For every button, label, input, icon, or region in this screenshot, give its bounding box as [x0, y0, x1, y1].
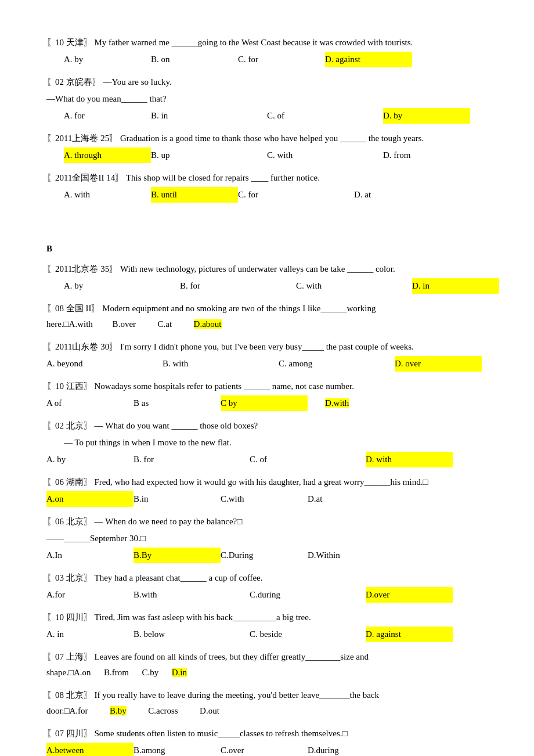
options-row: A. by B. for C. with D. in: [46, 278, 488, 294]
question-block: 〖02 京皖春〗 —You are so lucky. —What do you…: [46, 74, 488, 124]
options-row: A. by B. on C. for D. against: [46, 52, 488, 67]
tag: 〖07 四川〗: [46, 729, 92, 738]
tag: 〖10 四川〗: [46, 613, 92, 622]
option-c: C. for: [238, 52, 325, 67]
options-row: A. with B. until C. for D. at: [46, 187, 488, 203]
options-row: A. beyond B. with C. among D. over: [46, 356, 488, 372]
option-a-answer: A.on: [46, 491, 134, 507]
option-b: B. for: [134, 452, 250, 467]
option-c: C.over: [221, 743, 308, 756]
question-text: 〖02 京皖春〗 —You are so lucky.: [46, 74, 488, 90]
option-a: A.In: [46, 548, 134, 563]
question-block: 〖08 全国 II〗 Modern equipment and no smoki…: [46, 301, 488, 332]
option-c: C. of: [267, 108, 383, 124]
option-b: B. on: [151, 52, 238, 67]
question-text: 〖08 北京〗 If you really have to leave duri…: [46, 687, 488, 719]
question-text2: —What do you mean______ that?: [46, 91, 488, 107]
question-block: 〖2011上海卷 25〗 Graduation is a good time t…: [46, 131, 488, 163]
question-text: 〖10 四川〗 Tired, Jim was fast asleep with …: [46, 610, 488, 625]
option-d-answer: D. over: [395, 356, 482, 372]
section-b-label: B: [46, 241, 488, 257]
options-row: A.between B.among C.over D.during: [46, 743, 488, 756]
question-text: 〖07 上海〗 Leaves are found on all kinds of…: [46, 649, 488, 681]
tag: 〖02 北京〗: [46, 421, 92, 430]
option-a-answer: A. through: [64, 147, 151, 163]
question-text: 〖10 江西〗 Nowadays some hospitals refer to…: [46, 379, 488, 394]
option-d-answer: D.about: [194, 319, 222, 329]
option-d: D.at: [308, 491, 395, 507]
tag: 〖2011北京卷 35〗: [46, 264, 118, 273]
option-a: A. for: [64, 108, 151, 124]
option-b: B as: [134, 395, 221, 411]
question-block: 〖10 天津〗 My father warned me ______going …: [46, 35, 488, 67]
option-b: B. in: [151, 108, 267, 124]
tag: 〖2011山东卷 30〗: [46, 342, 118, 351]
option-a: A. in: [46, 627, 134, 642]
option-a-answer: A.between: [46, 743, 134, 756]
option-c: C.During: [221, 548, 308, 563]
option-d-answer2: D.with: [325, 398, 349, 408]
option-a: A. by: [46, 452, 134, 467]
tag: 〖03 北京〗: [46, 573, 92, 582]
option-d-answer: D. by: [383, 108, 470, 124]
option-a: A. by: [64, 278, 180, 294]
option-b: B.with: [134, 587, 250, 603]
option-a: A of: [46, 395, 134, 411]
question-text: 〖02 北京〗 — What do you want ______ those …: [46, 418, 488, 434]
options-row: A.for B.with C.during D.over: [46, 587, 488, 603]
options-row: A.on B.in C.with D.at: [46, 491, 488, 507]
option-d: D. at: [354, 187, 441, 203]
question-block: 〖2011全国卷II 14〗 This shop will be closed …: [46, 170, 488, 203]
option-d-answer: D. against: [366, 627, 453, 642]
question-text: 〖2011上海卷 25〗 Graduation is a good time t…: [46, 131, 488, 146]
question-block: 〖2011山东卷 30〗 I'm sorry I didn't phone yo…: [46, 339, 488, 372]
question-text: 〖06 北京〗 — When do we need to pay the bal…: [46, 514, 488, 530]
option-d: D.Within: [308, 548, 395, 563]
options-row: A. through B. up C. with D. from: [46, 147, 488, 163]
question-text: 〖03 北京〗 They had a pleasant chat______ a…: [46, 570, 488, 586]
option-c: C. for: [238, 187, 354, 203]
option-a: A. by: [64, 52, 151, 67]
option-c: C. beside: [250, 627, 366, 642]
option-d-answer: D. against: [325, 52, 412, 67]
tag: 〖2011上海卷 25〗: [46, 134, 118, 143]
option-b: B. for: [180, 278, 296, 294]
options-row: A. in B. below C. beside D. against: [46, 627, 488, 642]
option-c: C.with: [221, 491, 308, 507]
option-a: A.for: [46, 587, 134, 603]
tag: 〖07 上海〗: [46, 652, 92, 661]
option-c: C.during: [250, 587, 366, 603]
question-text2: ——______September 30.□: [46, 531, 488, 546]
tag: 〖08 北京〗: [46, 690, 92, 700]
tag: 〖08 全国 II〗: [46, 304, 100, 313]
option-b: B.among: [134, 743, 221, 756]
option-b: B. up: [151, 147, 267, 163]
question-text: 〖08 全国 II〗 Modern equipment and no smoki…: [46, 301, 488, 332]
question-text: 〖10 天津〗 My father warned me ______going …: [46, 35, 488, 51]
option-b: B.in: [134, 491, 221, 507]
question-block: 〖2011北京卷 35〗 With new technology, pictur…: [46, 261, 488, 294]
option-b-answer: B.by: [110, 706, 127, 715]
question-text: 〖07 四川〗 Some students often listen to mu…: [46, 726, 488, 741]
tag: 〖02 京皖春〗: [46, 77, 101, 87]
question-block: 〖08 北京〗 If you really have to leave duri…: [46, 687, 488, 719]
option-a: A. beyond: [46, 356, 163, 372]
option-b-answer: B.By: [134, 548, 221, 563]
option-c: C. of: [250, 452, 366, 467]
option-d: D.with: [308, 395, 395, 411]
options-row: A. by B. for C. of D. with: [46, 452, 488, 467]
question-text: 〖2011北京卷 35〗 With new technology, pictur…: [46, 261, 488, 277]
option-c-answer: C by: [221, 395, 308, 411]
option-d: D. from: [383, 147, 470, 163]
option-c: C. with: [296, 278, 412, 294]
options-row: A.In B.By C.During D.Within: [46, 548, 488, 563]
question-block: 〖02 北京〗 — What do you want ______ those …: [46, 418, 488, 467]
option-d-answer: D.in: [172, 668, 187, 677]
options-row: A. for B. in C. of D. by: [46, 108, 488, 124]
section-b: B 〖2011北京卷 35〗 With new technology, pict…: [46, 241, 488, 756]
tag: 〖06 北京〗: [46, 517, 92, 526]
question-text2: — To put things in when I move to the ne…: [46, 435, 488, 451]
question-block: 〖06 湖南〗 Fred, who had expected how it wo…: [46, 474, 488, 507]
question-block: 〖07 四川〗 Some students often listen to mu…: [46, 726, 488, 756]
option-d: D.during: [308, 743, 395, 756]
